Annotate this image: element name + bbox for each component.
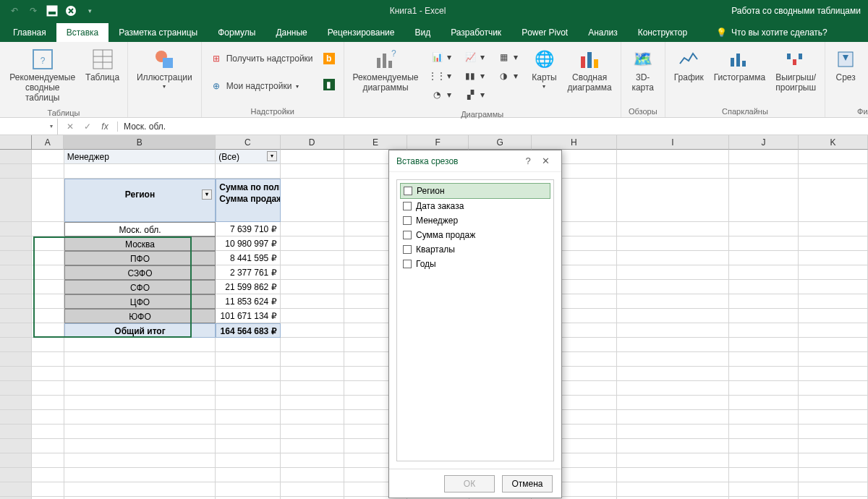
col-header-F[interactable]: F (407, 135, 469, 150)
pie-icon: ◔ (431, 89, 443, 101)
checkbox-icon[interactable] (403, 260, 412, 268)
slicer-field-item[interactable]: Менеджер (400, 213, 550, 228)
undo-button[interactable]: ↶ (6, 2, 23, 20)
tab-analyze[interactable]: Анализ (578, 23, 628, 42)
enter-formula-button[interactable]: ✓ (80, 121, 95, 132)
col-header-A[interactable]: A (32, 135, 64, 150)
svg-rect-11 (377, 58, 380, 68)
tell-me-label: Что вы хотите сделать? (731, 27, 827, 38)
line-chart-button[interactable]: 📈▾ (460, 49, 489, 65)
tab-layout[interactable]: Разметка страницы (109, 23, 208, 42)
tab-formulas[interactable]: Формулы (208, 23, 265, 42)
dialog-help-button[interactable]: ? (519, 155, 537, 166)
bing-icon: b (323, 53, 335, 64)
tab-design[interactable]: Конструктор (628, 23, 697, 42)
tab-insert[interactable]: Вставка (56, 23, 109, 42)
row-field-dropdown[interactable]: ▾ (202, 189, 212, 200)
slicer-field-item[interactable]: Дата заказа (400, 199, 550, 213)
cancel-formula-button[interactable]: ✕ (62, 121, 78, 132)
slicer-field-item[interactable]: Кварталы (400, 242, 550, 257)
window-title: Книга1 - Excel (104, 6, 731, 16)
group-filters-label: Фильтры (830, 104, 868, 116)
formula-input[interactable]: Моск. обл. (118, 121, 868, 132)
dialog-cancel-button[interactable]: Отмена (502, 475, 553, 492)
slicer-button[interactable]: Срез (830, 45, 861, 86)
surface-icon: ▞ (464, 89, 476, 101)
sparkcol-icon (728, 48, 751, 71)
col-header-E[interactable]: E (344, 135, 407, 150)
insert-function-button[interactable]: fx (97, 121, 113, 132)
table-button[interactable]: Таблица (82, 45, 123, 86)
group-charts: ?Рекомендуемые диаграммы 📊▾ 📈▾ ▦▾ ⋮⋮▾ ▮▮… (344, 42, 621, 117)
people-icon: ▮ (323, 79, 335, 90)
col-header-G[interactable]: G (469, 135, 531, 150)
checkbox-icon[interactable] (404, 187, 412, 195)
slicer-field-item[interactable]: Годы (400, 257, 550, 271)
dialog-close-button[interactable]: ✕ (537, 155, 554, 166)
worksheet[interactable]: ABCDEFGHIJK Менеджер(Все)▾Регион▾Сумма п… (0, 135, 868, 499)
timeline-button[interactable]: Временная шкала (863, 45, 868, 96)
illustrations-button[interactable]: Иллюстрации▾ (132, 45, 197, 93)
3d-map-button[interactable]: 🗺️3D- карта (626, 45, 660, 96)
tab-review[interactable]: Рецензирование (318, 23, 405, 42)
recommended-pivot-button[interactable]: ?Рекомендуемые сводные таблицы (4, 45, 80, 106)
people-graph-button[interactable]: ▮ (319, 77, 339, 93)
hierarchy-icon: ▦ (498, 51, 509, 63)
redo-button[interactable]: ↷ (25, 2, 42, 20)
treemap-button[interactable]: ▦▾ (493, 49, 522, 65)
slicer-field-item[interactable]: Сумма продаж (400, 228, 550, 242)
col-header-B[interactable]: B (64, 135, 216, 150)
tab-home[interactable]: Главная (3, 23, 56, 42)
group-filters: Срез Временная шкала Фильтры (825, 42, 868, 117)
group-tables-label: Таблицы (4, 106, 123, 117)
tab-powerpivot[interactable]: Power Pivot (511, 23, 578, 42)
recommended-charts-button[interactable]: ?Рекомендуемые диаграммы (349, 45, 423, 96)
col-header-J[interactable]: J (729, 135, 799, 150)
svg-rect-15 (581, 56, 585, 68)
filter-dropdown[interactable]: ▾ (267, 151, 277, 161)
dialog-ok-button[interactable]: ОК (444, 475, 495, 492)
globe-icon: 🗺️ (631, 48, 655, 71)
my-addins-button[interactable]: ⊕Мои надстройки▾ (206, 78, 318, 94)
get-addins-button[interactable]: ⊞Получить надстройки (206, 51, 318, 67)
scatter-chart-button[interactable]: ⋮⋮▾ (427, 68, 456, 84)
svg-rect-17 (594, 59, 598, 68)
tell-me-search[interactable]: 💡 Что вы хотите сделать? (712, 23, 832, 42)
slicer-field-item[interactable]: Регион (400, 183, 550, 199)
tab-view[interactable]: Вид (404, 23, 441, 42)
svg-rect-1 (48, 12, 56, 14)
insert-slicers-dialog: Вставка срезов ? ✕ РегионДата заказаМене… (388, 150, 562, 498)
close-book-button[interactable] (62, 2, 80, 20)
svg-rect-10 (163, 58, 173, 68)
checkbox-icon[interactable] (403, 202, 412, 210)
group-sparklines: График Гистограмма Выигрыш/ проигрыш Спа… (665, 42, 825, 117)
col-header-D[interactable]: D (281, 135, 344, 150)
col-header-K[interactable]: K (799, 135, 868, 150)
bing-maps-button[interactable]: b (319, 51, 339, 67)
col-header-I[interactable]: I (617, 135, 729, 150)
tab-data[interactable]: Данные (265, 23, 317, 42)
sparkline-column-button[interactable]: Гистограмма (710, 45, 770, 86)
surface-chart-button[interactable]: ▞▾ (460, 87, 489, 103)
group-tours: 🗺️3D- карта Обзоры (621, 42, 665, 117)
pie-chart-button[interactable]: ◔▾ (427, 87, 456, 103)
checkbox-icon[interactable] (403, 216, 412, 225)
combo-chart-button[interactable]: ◑▾ (493, 68, 522, 84)
sparkline-winloss-button[interactable]: Выигрыш/ проигрыш (771, 45, 820, 96)
table-icon (91, 48, 114, 71)
name-box[interactable]: ▾ (0, 119, 58, 135)
pivot-chart-button[interactable]: Сводная диаграмма (563, 45, 616, 96)
checkbox-icon[interactable] (403, 231, 412, 239)
col-header-H[interactable]: H (532, 135, 617, 150)
qat-customize-button[interactable]: ▾ (81, 2, 98, 20)
sparkline-line-button[interactable]: График (670, 45, 708, 86)
checkbox-icon[interactable] (403, 245, 412, 254)
formula-bar: ▾ ✕ ✓ fx Моск. обл. (0, 118, 868, 135)
column-chart-button[interactable]: 📊▾ (427, 49, 456, 65)
stat-chart-button[interactable]: ▮▮▾ (460, 68, 489, 84)
maps-button[interactable]: 🌐Карты▾ (527, 45, 561, 93)
save-button[interactable] (43, 2, 61, 20)
col-header-C[interactable]: C (216, 135, 280, 150)
tab-developer[interactable]: Разработчик (441, 23, 511, 42)
svg-rect-20 (742, 61, 746, 67)
